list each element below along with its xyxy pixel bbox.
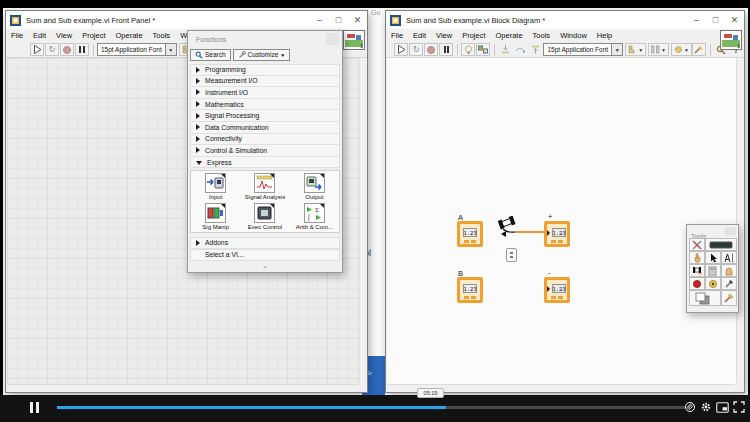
- menu-operate[interactable]: Operate: [111, 31, 148, 40]
- video-pause-button[interactable]: [30, 402, 39, 413]
- run-button[interactable]: [394, 43, 408, 56]
- palette-category-control-simulation[interactable]: Control & Simulation: [190, 145, 340, 157]
- indicator-add-terminal[interactable]: 1.23: [544, 221, 570, 247]
- abort-icon: [427, 46, 435, 54]
- menu-file[interactable]: File: [386, 31, 408, 40]
- vi-icon[interactable]: 1: [720, 30, 742, 50]
- express-item-exec-control[interactable]: Exec Control: [240, 202, 289, 233]
- palette-category-measurement-io[interactable]: Measurement I/O: [190, 76, 340, 88]
- menu-view[interactable]: View: [51, 31, 77, 40]
- express-item-signal-analysis[interactable]: Signal Analysis: [240, 171, 289, 202]
- auto-tool-led-indicator[interactable]: [705, 238, 737, 251]
- front-panel-horizontal-scrollbar[interactable]: [7, 384, 358, 392]
- wiring-tool-button[interactable]: [689, 264, 705, 277]
- menu-view[interactable]: View: [431, 31, 457, 40]
- control-b-terminal[interactable]: 1.23: [457, 277, 483, 303]
- palette-category-data-communication[interactable]: Data Communication: [190, 122, 340, 134]
- menu-edit[interactable]: Edit: [28, 31, 51, 40]
- highlight-execution-button[interactable]: [461, 43, 475, 56]
- palette-category-express[interactable]: Express: [190, 157, 340, 169]
- scroll-tool-button[interactable]: [721, 264, 737, 277]
- fullscreen-icon[interactable]: [733, 401, 745, 413]
- settings-gear-icon[interactable]: [700, 401, 712, 413]
- block-diagram-canvas[interactable]: A 1.23 B 1.23 + 1.23 - 1.23: [387, 58, 736, 385]
- video-progress-bar[interactable]: [57, 406, 685, 409]
- probe-tool-button[interactable]: [705, 277, 721, 290]
- menu-tools[interactable]: Tools: [148, 31, 176, 40]
- operate-value-tool-button[interactable]: [689, 251, 705, 264]
- express-item-sig-manip[interactable]: Sig Manip: [191, 202, 240, 233]
- menu-edit[interactable]: Edit: [408, 31, 431, 40]
- maximize-button[interactable]: □: [706, 11, 725, 29]
- palette-select-a-vi[interactable]: Select a VI...: [190, 249, 340, 261]
- maximize-button[interactable]: □: [329, 11, 348, 29]
- run-continuously-button[interactable]: ↻: [409, 43, 423, 56]
- indicator-add-label[interactable]: +: [548, 212, 552, 221]
- retain-wire-values-button[interactable]: [476, 43, 490, 56]
- menu-operate[interactable]: Operate: [491, 31, 528, 40]
- font-selector-caret[interactable]: ▼: [612, 43, 623, 56]
- playback-speed-icon[interactable]: [684, 401, 696, 413]
- front-panel-titlebar[interactable]: Sum and Sub example.vi Front Panel * – □…: [6, 11, 367, 29]
- block-diagram-vertical-scrollbar[interactable]: [736, 58, 744, 383]
- picture-in-picture-icon[interactable]: [716, 402, 729, 413]
- color-copy-tool-button[interactable]: [721, 277, 737, 290]
- control-a-terminal[interactable]: 1.23: [457, 221, 483, 247]
- pause-button[interactable]: [439, 43, 453, 56]
- edit-text-tool-button[interactable]: [721, 251, 737, 264]
- set-color-tool-button[interactable]: [689, 290, 721, 306]
- clean-up-diagram-button[interactable]: [692, 43, 706, 56]
- express-item-input[interactable]: Input: [191, 171, 240, 202]
- run-button[interactable]: [30, 43, 44, 56]
- palette-category-addons[interactable]: Addons: [190, 237, 340, 249]
- minimize-button[interactable]: –: [310, 11, 329, 29]
- automatic-tool-selection-button[interactable]: [689, 238, 705, 251]
- menu-help[interactable]: Help: [592, 31, 617, 40]
- font-selector[interactable]: 15pt Application Font: [97, 43, 166, 56]
- block-diagram-titlebar[interactable]: Sum and Sub example.vi Block Diagram * –…: [386, 11, 744, 29]
- font-selector[interactable]: 15pt Application Font: [543, 43, 612, 56]
- indicator-subtract-terminal[interactable]: 1.23: [544, 277, 570, 303]
- close-button[interactable]: ✕: [725, 11, 744, 29]
- menu-file[interactable]: File: [6, 31, 28, 40]
- palette-category-signal-processing[interactable]: Signal Processing: [190, 110, 340, 122]
- menu-tools[interactable]: Tools: [528, 31, 556, 40]
- palette-search-button[interactable]: Search: [190, 49, 231, 61]
- minimize-button[interactable]: –: [687, 11, 706, 29]
- tools-palette-pin-button[interactable]: [725, 227, 736, 235]
- step-into-button[interactable]: [498, 43, 512, 56]
- palette-category-connectivity[interactable]: Connectivity: [190, 134, 340, 146]
- menu-window[interactable]: Window: [555, 31, 592, 40]
- express-item-arith-comparison[interactable]: Σ∫ Arith & Com...: [290, 202, 339, 233]
- abort-button[interactable]: [424, 43, 438, 56]
- palette-pin-button[interactable]: [326, 33, 339, 45]
- express-item-output[interactable]: Output: [290, 171, 339, 202]
- font-selector-caret[interactable]: ▼: [166, 43, 177, 56]
- resize-objects-button[interactable]: ▼: [671, 43, 692, 56]
- indicator-subtract-label[interactable]: -: [548, 268, 551, 277]
- position-select-tool-button[interactable]: [705, 251, 721, 264]
- wire-segment[interactable]: [515, 231, 544, 233]
- palette-customize-button[interactable]: Customize▼: [233, 49, 291, 61]
- breakpoint-tool-button[interactable]: [689, 277, 705, 290]
- menu-project[interactable]: Project: [457, 31, 490, 40]
- palette-category-mathematics[interactable]: Mathematics: [190, 99, 340, 111]
- abort-button[interactable]: [60, 43, 74, 56]
- palette-category-programming[interactable]: Programming: [190, 64, 340, 76]
- object-shortcut-menu-tool-button[interactable]: [705, 264, 721, 277]
- functions-palette-titlebar[interactable]: Functions: [188, 31, 342, 47]
- distribute-objects-button[interactable]: ▼: [648, 43, 669, 56]
- align-objects-button[interactable]: ▼: [625, 43, 646, 56]
- pause-button[interactable]: [75, 43, 89, 56]
- step-out-button[interactable]: [528, 43, 542, 56]
- palette-category-instrument-io[interactable]: Instrument I/O: [190, 87, 340, 99]
- tools-palette-titlebar[interactable]: Tools: [687, 225, 738, 237]
- vi-icon[interactable]: 1: [343, 30, 365, 50]
- front-panel-vertical-scrollbar[interactable]: [359, 58, 367, 383]
- paintbrush-tool-button[interactable]: [721, 290, 737, 306]
- palette-expand-chevron-icon[interactable]: ⌄: [188, 262, 342, 270]
- close-button[interactable]: ✕: [348, 11, 367, 29]
- menu-project[interactable]: Project: [77, 31, 110, 40]
- run-continuously-button[interactable]: ↻: [45, 43, 59, 56]
- step-over-button[interactable]: [513, 43, 527, 56]
